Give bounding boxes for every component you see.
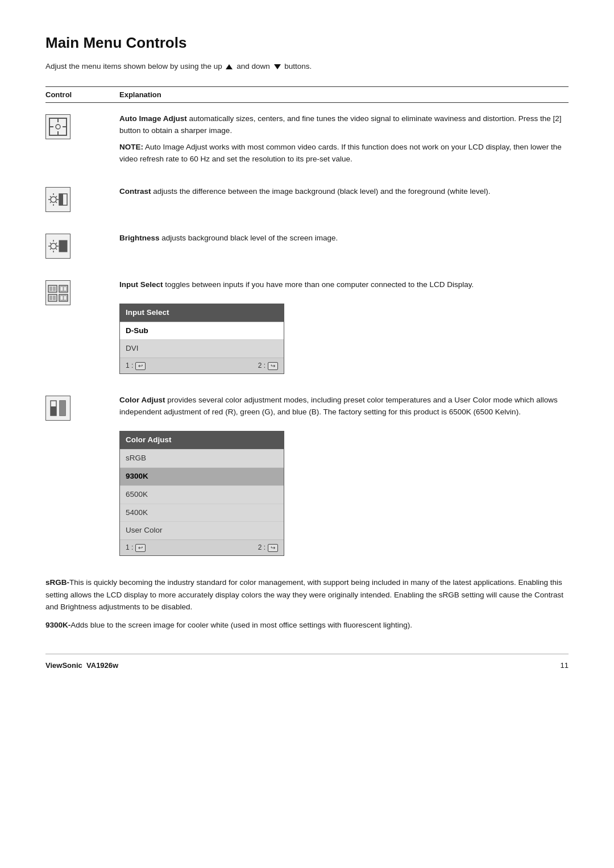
color-menu-item-srgb: sRGB (120, 449, 284, 467)
footer-1-label: 1 : (126, 360, 133, 371)
footer-2-icon: ↪ (268, 362, 278, 370)
svg-line-11 (50, 196, 51, 197)
brand-model: ViewSonic VA1926w (45, 661, 118, 670)
footer-item-1: 1 : ↩ (126, 360, 146, 371)
input-select-menu-footer: 1 : ↩ 2 : ↪ (120, 358, 284, 373)
icon-cell-brightness (45, 232, 119, 259)
9300k-bold: 9300K- (45, 621, 70, 629)
page-number: 11 (561, 661, 569, 670)
text-cell-brightness: Brightness adjusts background black leve… (119, 232, 569, 244)
auto-image-note-bold: NOTE: (119, 143, 143, 151)
color-menu-item-usercolor: User Color (120, 521, 284, 539)
input-select-bold: Input Select (119, 280, 163, 289)
input-select-menu-title: Input Select (120, 304, 284, 322)
color-footer-2-label: 2 : (258, 542, 265, 553)
color-adjust-text: provides several color adjustment modes,… (119, 396, 558, 416)
svg-line-24 (50, 248, 51, 250)
9300k-paragraph: 9300K-Adds blue to the screen image for … (45, 619, 569, 632)
svg-rect-38 (64, 296, 67, 300)
input-select-text: toggles between inputs if you have more … (163, 280, 474, 289)
contrast-svg (48, 189, 68, 210)
col-control-header: Control (45, 90, 119, 99)
brightness-text: adjusts background black level of the sc… (160, 234, 338, 242)
svg-line-22 (50, 243, 51, 244)
color-adjust-svg (47, 397, 69, 419)
table-row: Input Select toggles between inputs if y… (45, 269, 569, 384)
color-footer-item-2: 2 : ↪ (258, 542, 278, 553)
table-header: Control Explanation (45, 86, 569, 103)
auto-image-bold: Auto Image Adjust (119, 114, 187, 123)
contrast-text: adjusts the difference between the image… (151, 187, 491, 196)
svg-rect-31 (60, 286, 63, 291)
footer-item-2: 2 : ↪ (258, 360, 278, 371)
svg-rect-26 (59, 240, 67, 252)
input-select-icon (45, 280, 70, 305)
auto-image-paragraph: Auto Image Adjust automatically sizes, c… (119, 113, 569, 137)
footer-1-icon: ↩ (135, 362, 146, 370)
brightness-paragraph: Brightness adjusts background black leve… (119, 232, 569, 244)
intro-text-mid: and down (237, 62, 270, 70)
arrow-down-icon (274, 64, 281, 69)
color-adjust-bold: Color Adjust (119, 396, 165, 404)
svg-rect-42 (60, 401, 65, 416)
table-row: Color Adjust provides several color adju… (45, 384, 569, 566)
brightness-bold: Brightness (119, 234, 160, 242)
svg-rect-37 (60, 296, 63, 300)
bottom-paragraphs: sRGB-This is quickly becoming the indust… (45, 576, 569, 631)
page-footer: ViewSonic VA1926w 11 (45, 654, 569, 670)
brightness-icon (45, 234, 70, 259)
intro-text-end: buttons. (284, 62, 312, 70)
auto-image-icon (45, 114, 70, 139)
table-row: Contrast adjusts the difference between … (45, 176, 569, 222)
icon-cell-contrast (45, 186, 119, 212)
svg-line-25 (56, 248, 57, 250)
contrast-bold: Contrast (119, 187, 151, 196)
color-adjust-menu-title: Color Adjust (120, 431, 284, 449)
contrast-icon (45, 187, 70, 212)
contrast-paragraph: Contrast adjusts the difference between … (119, 186, 569, 198)
color-footer-1-label: 1 : (126, 542, 133, 553)
color-menu-footer: 1 : ↩ 2 : ↪ (120, 539, 284, 555)
table-body: Auto Image Adjust automatically sizes, c… (45, 103, 569, 566)
svg-rect-16 (59, 194, 63, 205)
srgb-paragraph: sRGB-This is quickly becoming the indust… (45, 576, 569, 613)
text-cell-color-adjust: Color Adjust provides several color adju… (119, 394, 569, 556)
srgb-text: This is quickly becoming the industry st… (45, 578, 563, 611)
color-menu-item-9300k: 9300K (120, 467, 284, 485)
col-explanation-header: Explanation (119, 90, 569, 99)
model-name: VA1926w (86, 661, 118, 670)
icon-cell-auto-image (45, 113, 119, 139)
svg-line-23 (56, 243, 57, 244)
input-select-menu: Input Select D-Sub DVI 1 : ↩ 2 : ↪ (119, 304, 284, 374)
input-select-paragraph: Input Select toggles between inputs if y… (119, 279, 569, 291)
input-select-svg (47, 282, 69, 304)
svg-line-14 (56, 202, 57, 203)
brand-name: ViewSonic (45, 661, 82, 670)
arrow-up-icon (226, 64, 233, 69)
color-adjust-paragraph: Color Adjust provides several color adju… (119, 394, 569, 418)
auto-image-note: NOTE: Auto Image Adjust works with most … (119, 142, 569, 165)
svg-point-17 (51, 243, 56, 249)
svg-line-12 (56, 196, 57, 197)
input-select-menu-item-dsub: D-Sub (120, 322, 284, 340)
9300k-text: Adds blue to the screen image for cooler… (70, 621, 412, 629)
svg-rect-28 (49, 286, 52, 291)
page-title: Main Menu Controls (45, 34, 569, 52)
text-cell-input-select: Input Select toggles between inputs if y… (119, 279, 569, 374)
icon-cell-color-adjust (45, 394, 119, 421)
table-row: Auto Image Adjust automatically sizes, c… (45, 103, 569, 176)
svg-point-6 (51, 197, 56, 202)
color-adjust-menu: Color Adjust sRGB 9300K 6500K 5400K User… (119, 431, 284, 556)
input-select-menu-item-dvi: DVI (120, 339, 284, 358)
color-menu-item-5400k: 5400K (120, 504, 284, 522)
auto-image-note-text: Auto Image Adjust works with most common… (119, 143, 562, 163)
srgb-bold: sRGB- (45, 578, 69, 587)
svg-line-13 (50, 202, 51, 203)
brightness-svg (48, 236, 68, 256)
table-row: Brightness adjusts background black leve… (45, 222, 569, 269)
svg-rect-35 (53, 296, 56, 300)
svg-rect-32 (64, 286, 67, 291)
icon-cell-input-select (45, 279, 119, 305)
svg-rect-29 (53, 286, 56, 291)
svg-rect-41 (51, 406, 56, 416)
